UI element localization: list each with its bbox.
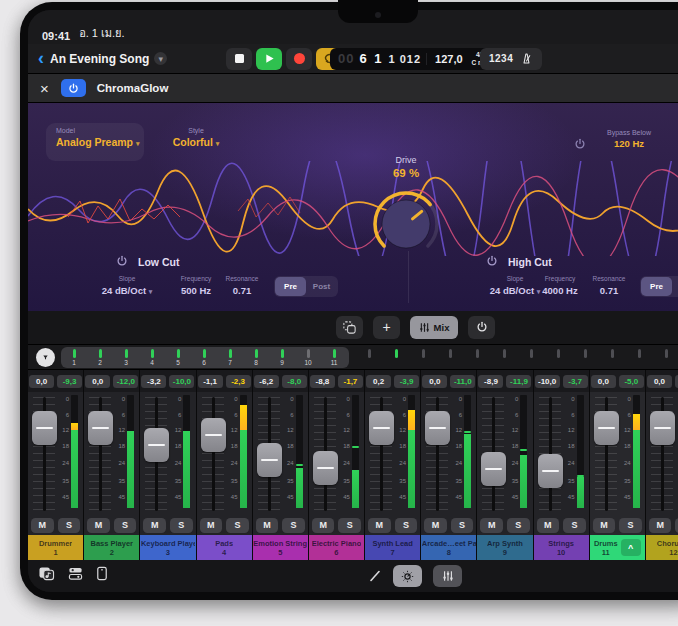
fader-handle[interactable] xyxy=(144,428,169,462)
solo-button[interactable]: S xyxy=(58,518,81,533)
track-name-tab[interactable]: Arcade…eet Pad8 xyxy=(421,535,476,560)
track-name-tab[interactable]: Pads4 xyxy=(197,535,252,560)
fader-handle[interactable] xyxy=(257,443,282,477)
channel-values: -8,8-1,7 xyxy=(309,370,364,392)
meter-scale-label: 24 xyxy=(55,460,69,466)
fader-handle[interactable] xyxy=(369,411,394,445)
style-selector[interactable]: Style Colorful ▾ xyxy=(160,127,232,148)
mute-button[interactable]: M xyxy=(143,518,166,533)
mixer-view-button[interactable] xyxy=(433,565,462,587)
mute-button[interactable]: M xyxy=(312,518,335,533)
meter-peak-hold-tick xyxy=(577,475,584,477)
track-name-tab[interactable]: Arp Synth9 xyxy=(477,535,532,560)
mute-button[interactable]: M xyxy=(200,518,223,533)
high-cut-pre-button[interactable]: Pre xyxy=(641,277,672,296)
fader-handle[interactable] xyxy=(32,411,57,445)
back-chevron-icon[interactable]: ‹ xyxy=(38,49,44,67)
track-filter-button[interactable] xyxy=(36,348,55,367)
mute-button[interactable]: M xyxy=(368,518,391,533)
mute-button[interactable]: M xyxy=(480,518,503,533)
overview-window[interactable]: 1234567891011 xyxy=(61,347,349,368)
fader-handle[interactable] xyxy=(650,411,675,445)
stop-button[interactable] xyxy=(226,48,252,70)
high-cut-power-button[interactable] xyxy=(486,253,498,271)
level-control[interactable]: Level 0.0 xyxy=(670,129,678,149)
solo-button[interactable]: S xyxy=(451,518,474,533)
solo-button[interactable]: S xyxy=(338,518,361,533)
fader-handle[interactable] xyxy=(313,451,338,485)
power-icon xyxy=(68,83,79,94)
solo-button[interactable]: S xyxy=(563,518,586,533)
track-name-tab[interactable]: Bass Player2 xyxy=(84,535,139,560)
close-icon[interactable]: × xyxy=(40,81,49,96)
track-name-tab[interactable]: Synth Lead7 xyxy=(365,535,420,560)
mute-button[interactable]: M xyxy=(537,518,560,533)
low-cut-pre-button[interactable]: Pre xyxy=(275,277,306,296)
mix-toggle-button[interactable]: Mix xyxy=(410,316,458,339)
count-in-metronome-group: 1234 xyxy=(480,48,542,70)
track-name-tab[interactable]: Keyboard Player3 xyxy=(140,535,195,560)
song-title-chevron-icon[interactable]: ▾ xyxy=(154,52,167,65)
track-name-tab[interactable]: Chorus V12 xyxy=(646,535,678,560)
metronome-icon[interactable] xyxy=(520,52,533,65)
play-button[interactable] xyxy=(256,48,282,70)
mute-button[interactable]: M xyxy=(256,518,279,533)
solo-button[interactable]: S xyxy=(226,518,249,533)
fader-handle[interactable] xyxy=(481,452,506,486)
meter-peak-hold-tick xyxy=(520,449,527,451)
controls-view-button[interactable] xyxy=(393,565,422,587)
high-cut-resonance-value[interactable]: 0.71 xyxy=(569,285,649,296)
fader-handle[interactable] xyxy=(538,454,563,488)
track-number: 3 xyxy=(141,548,195,557)
track-name-text: Synth Lead7 xyxy=(372,539,412,557)
channel-strip: -10,0-3,7061218243545MSStrings10 xyxy=(534,370,590,560)
low-cut-resonance-value[interactable]: 0.71 xyxy=(202,285,282,296)
solo-button[interactable]: S xyxy=(282,518,305,533)
fader-value: -8,8 xyxy=(310,375,335,388)
high-cut-post-button[interactable]: Post xyxy=(672,277,678,296)
pencil-icon[interactable] xyxy=(368,569,382,583)
add-track-button[interactable]: + xyxy=(373,316,400,339)
bypass-below-control[interactable]: Bypass Below 120 Hz xyxy=(594,129,664,149)
low-cut-post-button[interactable]: Post xyxy=(306,277,337,296)
track-name-tab[interactable]: Emotion Strings5 xyxy=(253,535,308,560)
channel-values: -8,9-11,9 xyxy=(477,370,532,392)
fader-handle[interactable] xyxy=(594,411,619,445)
fader-area: 061218243545 xyxy=(309,392,364,517)
track-name-tab[interactable]: Electric Piano6 xyxy=(309,535,364,560)
mute-button[interactable]: M xyxy=(31,518,54,533)
model-selector[interactable]: Model Analog Preamp ▾ xyxy=(46,123,144,161)
song-title[interactable]: An Evening Song xyxy=(50,52,149,66)
count-in-button[interactable]: 1234 xyxy=(489,53,513,64)
low-cut-power-button[interactable] xyxy=(116,253,128,271)
mixer-power-button[interactable] xyxy=(468,316,495,339)
track-name-tab[interactable]: Drummer1 xyxy=(28,535,83,560)
fader-handle[interactable] xyxy=(425,411,450,445)
device-icon[interactable] xyxy=(96,566,108,581)
fader-area: 061218243545 xyxy=(646,392,678,517)
solo-button[interactable]: S xyxy=(507,518,530,533)
solo-button[interactable]: S xyxy=(395,518,418,533)
mute-button[interactable]: M xyxy=(649,518,672,533)
plugin-power-button[interactable] xyxy=(61,79,86,97)
duplicate-button[interactable] xyxy=(336,316,363,339)
mute-button[interactable]: M xyxy=(424,518,447,533)
model-value: Analog Preamp xyxy=(56,136,133,148)
solo-button[interactable]: S xyxy=(619,518,642,533)
solo-button[interactable]: S xyxy=(114,518,137,533)
track-name-tab[interactable]: Strings10 xyxy=(534,535,589,560)
mute-button[interactable]: M xyxy=(593,518,616,533)
bypass-power-button[interactable] xyxy=(574,136,586,154)
fader-handle[interactable] xyxy=(201,418,226,452)
fader-handle[interactable] xyxy=(88,411,113,445)
collapse-chevron-icon[interactable]: ^ xyxy=(621,539,641,556)
track-name-tab[interactable]: Drums11^ xyxy=(590,535,645,560)
loop-browser-icon[interactable] xyxy=(38,566,55,581)
low-cut-slope-value[interactable]: 24 dB/Oct ▾ xyxy=(87,285,167,296)
mute-button[interactable]: M xyxy=(87,518,110,533)
drive-knob[interactable] xyxy=(369,187,443,261)
record-button[interactable] xyxy=(286,48,312,70)
meter-bar-green xyxy=(296,468,303,508)
solo-button[interactable]: S xyxy=(170,518,193,533)
plugins-icon[interactable] xyxy=(68,566,83,581)
